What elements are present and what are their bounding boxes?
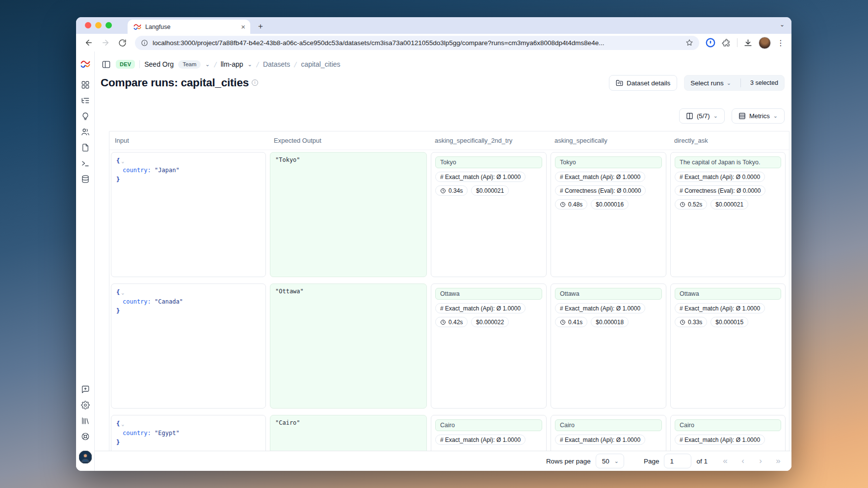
langfuse-logo-icon[interactable] <box>78 56 93 72</box>
back-button[interactable] <box>82 36 96 50</box>
bookmark-star-icon[interactable] <box>685 39 693 47</box>
sidebar-item-support[interactable] <box>78 429 93 444</box>
download-icon[interactable] <box>743 38 753 48</box>
new-tab-button[interactable]: + <box>254 20 267 33</box>
browser-tab[interactable]: Langfuse × <box>128 20 250 34</box>
title-info-icon[interactable]: i <box>252 79 258 86</box>
tab-close-icon[interactable]: × <box>241 23 245 30</box>
sidebar-toggle-icon[interactable] <box>101 59 111 70</box>
minimize-window-button[interactable] <box>95 22 102 28</box>
selected-count-badge: 3 selected <box>744 76 784 90</box>
close-window-button[interactable] <box>85 22 91 28</box>
run-output[interactable]: Cairo <box>435 419 542 431</box>
latency-badge: 0.34s <box>435 185 468 196</box>
reload-button[interactable] <box>115 36 129 50</box>
run-cell[interactable]: Cairo# Exact_match (Api): Ø 1.0000 <box>551 415 666 451</box>
score-badge: # Exact_match (Api): Ø 0.0000 <box>675 172 765 182</box>
run-cell[interactable]: Cairo# Exact_match (Api): Ø 1.0000 <box>670 415 786 451</box>
segment-divider <box>740 78 741 87</box>
tab-search-chevron-icon[interactable]: ⌄ <box>780 21 785 28</box>
metrics-button[interactable]: Metrics ⌄ <box>732 108 785 124</box>
select-runs-label: Select runs <box>690 79 724 87</box>
page-total-label: of 1 <box>696 458 708 465</box>
column-count-label: (5/7) <box>697 112 710 120</box>
pagination-footer: Rows per page 50 ⌄ Page of 1 « ‹ › » <box>95 451 791 471</box>
breadcrumb-project[interactable]: llm-app <box>221 60 243 68</box>
page-number-input[interactable] <box>664 454 691 468</box>
input-cell[interactable]: {⌄ country: "Egypt" } <box>111 415 266 451</box>
first-page-button[interactable]: « <box>718 454 732 468</box>
column-header: Expected Output <box>270 137 427 144</box>
last-page-button[interactable]: » <box>771 454 785 468</box>
score-badge: # Exact_match (Api): Ø 1.0000 <box>675 303 765 313</box>
project-chevron-down-icon[interactable]: ⌄ <box>248 61 252 68</box>
select-runs-button[interactable]: Select runs ⌄ 3 selected <box>684 75 785 91</box>
browser-profile-avatar[interactable] <box>759 37 771 49</box>
sidebar-item-settings[interactable] <box>78 397 93 413</box>
langfuse-app: DEV Seed Org Team ⌄ / llm-app ⌄ / Datase… <box>76 51 791 471</box>
expected-output-cell[interactable]: "Tokyo" <box>270 152 427 277</box>
input-cell[interactable]: {⌄ country: "Japan" } <box>111 152 266 277</box>
run-cell[interactable]: Tokyo# Exact_match (Api): Ø 1.00000.34s$… <box>431 152 547 277</box>
breadcrumb-datasets[interactable]: Datasets <box>263 60 290 68</box>
score-badge: # Exact_match (Api): Ø 1.0000 <box>555 172 645 182</box>
url-bar[interactable]: localhost:3000/project/7a88fb47-b4e2-43b… <box>135 36 699 50</box>
dataset-details-button[interactable]: Dataset details <box>609 75 677 91</box>
sidebar-item-datasets[interactable] <box>78 171 93 187</box>
sidebar-rail <box>76 51 95 471</box>
run-cell[interactable]: The capital of Japan is Tokyo.# Exact_ma… <box>670 152 786 277</box>
clock-icon <box>440 319 446 325</box>
toolbar-right-icons: ⋮ <box>705 37 786 49</box>
metrics-chevron-down-icon: ⌄ <box>773 113 778 119</box>
latency-badge: 0.52s <box>675 199 707 209</box>
browser-tab-strip: Langfuse × + ⌄ <box>76 17 791 34</box>
browser-menu-icon[interactable]: ⋮ <box>777 38 785 48</box>
run-output[interactable]: Ottawa <box>675 288 781 300</box>
cost-badge: $0.000015 <box>710 317 748 327</box>
cost-badge: $0.000021 <box>710 199 748 209</box>
run-cell[interactable]: Cairo# Exact_match (Api): Ø 1.0000 <box>431 415 547 451</box>
site-info-icon[interactable] <box>141 39 148 47</box>
password-manager-icon[interactable] <box>705 37 716 48</box>
run-output[interactable]: Ottawa <box>555 288 662 300</box>
sidebar-item-users[interactable] <box>78 124 93 140</box>
expected-output-cell[interactable]: "Cairo" <box>270 415 427 451</box>
select-runs-segment[interactable]: Select runs ⌄ <box>684 76 737 90</box>
sidebar-item-tracing[interactable] <box>78 93 93 108</box>
latency-badge: 0.48s <box>555 199 587 209</box>
next-page-button[interactable]: › <box>754 454 767 468</box>
breadcrumb-org[interactable]: Seed Org <box>144 60 174 68</box>
zoom-window-button[interactable] <box>105 22 112 28</box>
score-badge: # Exact_match (Api): Ø 1.0000 <box>675 435 765 445</box>
langfuse-favicon-icon <box>133 23 141 31</box>
url-text[interactable]: localhost:3000/project/7a88fb47-b4e2-43b… <box>153 39 681 47</box>
latency-cost-row: 0.52s$0.000021 <box>675 199 748 209</box>
run-output[interactable]: Cairo <box>675 419 781 431</box>
extensions-puzzle-icon[interactable] <box>722 38 731 48</box>
rows-per-page-label: Rows per page <box>546 458 591 465</box>
clock-icon <box>680 319 685 325</box>
sidebar-item-dashboard[interactable] <box>78 77 93 93</box>
column-visibility-button[interactable]: (5/7) ⌄ <box>679 108 725 124</box>
sidebar-item-evaluation[interactable] <box>78 108 93 124</box>
user-avatar[interactable] <box>78 449 93 465</box>
input-cell[interactable]: {⌄ country: "Canada" } <box>111 283 266 409</box>
sidebar-item-playground[interactable] <box>78 155 93 171</box>
run-output[interactable]: Cairo <box>555 419 662 431</box>
prev-page-button[interactable]: ‹ <box>736 454 750 468</box>
run-output[interactable]: The capital of Japan is Tokyo. <box>675 156 781 168</box>
run-output[interactable]: Tokyo <box>555 156 662 168</box>
run-output[interactable]: Tokyo <box>435 156 542 168</box>
sidebar-item-library[interactable] <box>78 413 93 429</box>
run-output[interactable]: Ottawa <box>435 288 542 300</box>
run-cell[interactable]: Tokyo# Exact_match (Api): Ø 1.0000# Corr… <box>551 152 666 277</box>
sidebar-item-feedback[interactable] <box>78 382 93 397</box>
rows-per-page-select[interactable]: 50 ⌄ <box>596 454 624 468</box>
compare-table: InputExpected Outputasking_specifically_… <box>109 131 789 451</box>
run-cell[interactable]: Ottawa# Exact_match (Api): Ø 1.00000.42s… <box>431 283 547 409</box>
run-cell[interactable]: Ottawa# Exact_match (Api): Ø 1.00000.33s… <box>670 283 786 409</box>
org-chevron-down-icon[interactable]: ⌄ <box>205 61 210 68</box>
expected-output-cell[interactable]: "Ottawa" <box>270 283 427 409</box>
sidebar-item-prompts[interactable] <box>78 140 93 155</box>
run-cell[interactable]: Ottawa# Exact_match (Api): Ø 1.00000.41s… <box>551 283 666 409</box>
